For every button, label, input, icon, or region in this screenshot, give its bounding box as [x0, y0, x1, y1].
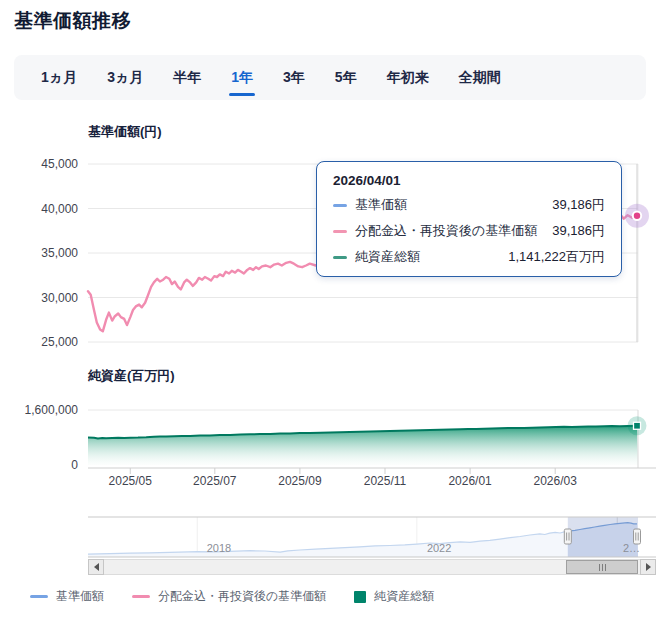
tab-3y[interactable]: 3年 [268, 55, 320, 100]
tab-3m[interactable]: 3ヵ月 [92, 55, 158, 100]
tooltip-row: 分配金込・再投資後の基準価額39,186円 [333, 222, 605, 240]
period-tabbar: 1ヵ月3ヵ月半年1年3年5年年初来全期間 [14, 55, 646, 100]
xaxis-tick-label: 2026/03 [515, 474, 595, 488]
tooltip-row: 基準価額39,186円 [333, 196, 605, 214]
scrollbar-left-arrow-button[interactable] [88, 559, 104, 575]
scrollbar-thumb[interactable] [566, 560, 638, 574]
navigator-year-label: 2022 [427, 542, 451, 554]
tab-1y[interactable]: 1年 [216, 55, 268, 100]
legend-dash-icon [132, 595, 150, 599]
navigator-scrollbar [88, 559, 656, 575]
right-arrow-icon [646, 563, 651, 571]
tab-6m[interactable]: 半年 [158, 55, 216, 100]
legend-item: 基準価額 [30, 588, 104, 605]
xaxis-tick-label: 2026/01 [430, 474, 510, 488]
range-navigator[interactable] [0, 512, 660, 562]
tooltip-row: 純資産総額1,141,222百万円 [333, 248, 605, 266]
chart-tooltip: 2026/04/01 基準価額39,186円分配金込・再投資後の基準価額39,1… [316, 161, 622, 277]
xaxis-tick-label: 2025/07 [175, 474, 255, 488]
thumb-grip-icon [605, 564, 606, 571]
legend-item: 純資産総額 [354, 588, 434, 605]
legend-label: 分配金込・再投資後の基準価額 [158, 588, 326, 605]
price-marker-dot [633, 212, 641, 220]
navigator-left-handle[interactable] [564, 529, 571, 544]
legend-label: 基準価額 [56, 588, 104, 605]
legend-dash-icon [30, 595, 48, 599]
series-dash-icon [333, 256, 347, 259]
tab-ytd[interactable]: 年初来 [372, 55, 444, 100]
tooltip-series-value: 39,186円 [552, 196, 605, 214]
scrollbar-right-arrow-button[interactable] [640, 559, 656, 575]
tooltip-date: 2026/04/01 [333, 173, 605, 188]
xaxis-tick-label: 2025/09 [260, 474, 340, 488]
xaxis-tick-label: 2025/05 [90, 474, 170, 488]
tooltip-series-label: 純資産総額 [355, 248, 420, 266]
thumb-grip-icon [599, 564, 600, 571]
series-dash-icon [333, 230, 347, 233]
tab-5y[interactable]: 5年 [320, 55, 372, 100]
tooltip-rows: 基準価額39,186円分配金込・再投資後の基準価額39,186円純資産総額1,1… [333, 196, 605, 266]
tab-1m[interactable]: 1ヵ月 [26, 55, 92, 100]
price-chart-title: 基準価額(円) [88, 123, 162, 141]
left-arrow-icon [94, 563, 99, 571]
legend-square-icon [354, 591, 366, 603]
tooltip-series-label: 基準価額 [355, 196, 407, 214]
tooltip-series-value: 1,141,222百万円 [508, 248, 605, 266]
navigator-year-label: 2… [623, 542, 640, 554]
legend-label: 純資産総額 [374, 588, 434, 605]
series-dash-icon [333, 204, 347, 207]
tooltip-series-label: 分配金込・再投資後の基準価額 [355, 222, 537, 240]
tooltip-series-value: 39,186円 [552, 222, 605, 240]
tab-all[interactable]: 全期間 [444, 55, 516, 100]
thumb-grip-icon [602, 564, 603, 571]
page-title: 基準価額推移 [14, 8, 131, 34]
fund-chart-widget: 基準価額推移 1ヵ月3ヵ月半年1年3年5年年初来全期間 基準価額(円) 45,0… [0, 0, 660, 618]
xaxis-tick-label: 2025/11 [345, 474, 425, 488]
assets-marker-square [634, 422, 641, 429]
scrollbar-track[interactable] [104, 559, 640, 575]
assets-chart-title: 純資産(百万円) [88, 367, 175, 385]
navigator-year-label: 2018 [207, 542, 231, 554]
legend-item: 分配金込・再投資後の基準価額 [132, 588, 326, 605]
chart-legend: 基準価額分配金込・再投資後の基準価額純資産総額 [30, 588, 434, 605]
